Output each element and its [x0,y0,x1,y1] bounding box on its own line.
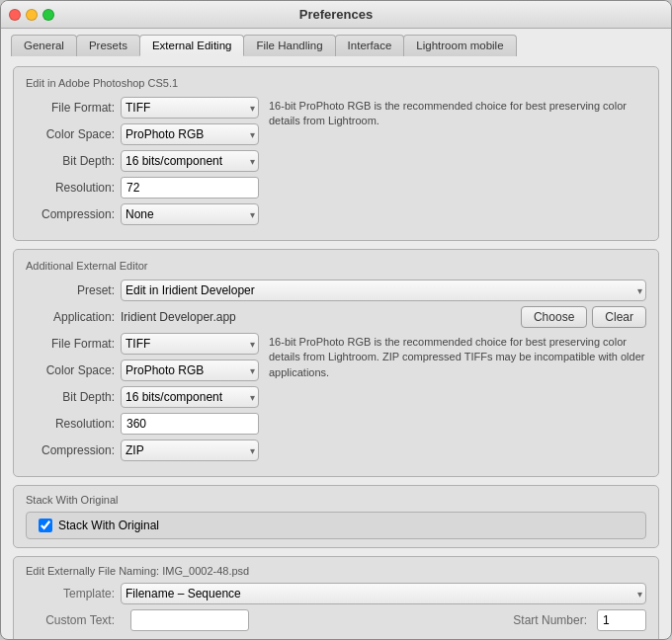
adobe-bit-depth-wrapper: 16 bits/component 8 bits/component [121,150,259,172]
external-bit-depth-select[interactable]: 16 bits/component 8 bits/component [121,386,259,408]
content-area: Edit in Adobe Photoshop CS5.1 File Forma… [1,56,671,639]
external-color-space-wrapper: ProPhoto RGB sRGB [121,360,259,381]
external-app-name: Iridient Developer.app [121,310,521,324]
titlebar: Preferences [1,1,671,29]
external-compression-label: Compression: [26,443,115,457]
close-button[interactable] [9,9,21,21]
minimize-button[interactable] [26,9,38,21]
external-bit-depth-row: Bit Depth: 16 bits/component 8 bits/comp… [26,386,259,408]
adobe-bit-depth-label: Bit Depth: [26,154,115,168]
maximize-button[interactable] [42,9,54,21]
external-bit-depth-label: Bit Depth: [26,390,115,404]
window-title: Preferences [299,7,373,22]
external-app-row: Application: Iridient Developer.app Choo… [26,306,646,328]
adobe-file-format-row: File Format: TIFF PSD [26,97,259,119]
external-compression-row: Compression: ZIP None LZW [26,440,259,461]
tabs-bar: General Presets External Editing File Ha… [1,29,671,56]
tab-interface[interactable]: Interface [335,35,405,56]
naming-template-select[interactable]: Filename – Sequence Filename Filename – … [121,583,646,604]
tab-general[interactable]: General [11,35,77,56]
naming-section: Edit Externally File Naming: IMG_0002-48… [13,556,659,639]
adobe-form: File Format: TIFF PSD Color Space: [26,97,259,230]
external-info-text: 16-bit ProPhoto RGB is the recommended c… [269,333,646,466]
naming-template-label: Template: [26,587,115,600]
external-bit-depth-wrapper: 16 bits/component 8 bits/component [121,386,259,408]
external-preset-wrapper: Edit in Iridient Developer [121,280,646,301]
naming-template-row: Template: Filename – Sequence Filename F… [26,583,646,604]
adobe-compression-label: Compression: [26,207,115,221]
external-preset-label: Preset: [26,283,115,297]
adobe-compression-wrapper: None ZIP LZW [121,203,259,225]
external-color-space-label: Color Space: [26,363,115,377]
traffic-lights [9,9,54,21]
external-section-inner: File Format: TIFF PSD Color Space: [26,333,646,466]
adobe-color-space-label: Color Space: [26,127,115,141]
naming-custom-text-label: Custom Text: [26,613,115,627]
tab-presets[interactable]: Presets [76,35,140,56]
external-compression-select[interactable]: ZIP None LZW [121,440,259,461]
tab-external-editing[interactable]: External Editing [139,35,245,56]
external-section-title: Additional External Editor [26,260,646,272]
stack-checkbox-container: Stack With Original [26,512,646,539]
adobe-info-text: 16-bit ProPhoto RGB is the recommended c… [269,97,646,230]
adobe-file-format-wrapper: TIFF PSD [121,97,259,119]
tab-lightroom-mobile[interactable]: Lightroom mobile [403,35,516,56]
external-file-format-label: File Format: [26,337,115,351]
adobe-resolution-input[interactable]: 72 [121,177,259,199]
adobe-resolution-label: Resolution: [26,181,115,195]
choose-button[interactable]: Choose [521,306,587,328]
external-preset-select[interactable]: Edit in Iridient Developer [121,280,646,301]
adobe-compression-row: Compression: None ZIP LZW [26,203,259,225]
adobe-file-format-select[interactable]: TIFF PSD [121,97,259,119]
adobe-color-space-select[interactable]: ProPhoto RGB sRGB AdobeRGB [121,123,259,145]
naming-start-number-input[interactable]: 1 [597,609,646,631]
naming-start-number-label: Start Number: [513,613,587,627]
external-app-buttons: Choose Clear [521,306,646,328]
stack-section: Stack With Original Stack With Original [13,485,659,548]
stack-checkbox[interactable] [39,519,52,532]
naming-template-wrapper: Filename – Sequence Filename Filename – … [121,583,646,604]
adobe-section-title: Edit in Adobe Photoshop CS5.1 [26,77,646,89]
external-color-space-row: Color Space: ProPhoto RGB sRGB [26,360,259,381]
external-resolution-row: Resolution: 360 [26,413,259,435]
external-form: File Format: TIFF PSD Color Space: [26,333,259,466]
external-resolution-label: Resolution: [26,417,115,431]
external-file-format-wrapper: TIFF PSD [121,333,259,355]
stack-section-title: Stack With Original [26,494,646,506]
adobe-bit-depth-row: Bit Depth: 16 bits/component 8 bits/comp… [26,150,259,172]
stack-checkbox-label: Stack With Original [58,519,159,532]
preferences-window: Preferences General Presets External Edi… [0,0,672,640]
adobe-file-format-label: File Format: [26,101,115,115]
adobe-section-inner: File Format: TIFF PSD Color Space: [26,97,646,230]
external-preset-row: Preset: Edit in Iridient Developer [26,280,646,301]
clear-button[interactable]: Clear [592,306,646,328]
adobe-color-space-row: Color Space: ProPhoto RGB sRGB AdobeRGB [26,123,259,145]
external-file-format-row: File Format: TIFF PSD [26,333,259,355]
adobe-color-space-wrapper: ProPhoto RGB sRGB AdobeRGB [121,123,259,145]
external-compression-wrapper: ZIP None LZW [121,440,259,461]
naming-custom-text-input[interactable] [130,609,249,631]
tab-file-handling[interactable]: File Handling [243,35,335,56]
external-app-label: Application: [26,310,115,324]
adobe-resolution-row: Resolution: 72 [26,177,259,199]
adobe-section: Edit in Adobe Photoshop CS5.1 File Forma… [13,66,659,241]
external-color-space-select[interactable]: ProPhoto RGB sRGB [121,360,259,381]
naming-section-title: Edit Externally File Naming: IMG_0002-48… [26,565,646,577]
external-file-format-select[interactable]: TIFF PSD [121,333,259,355]
external-resolution-input[interactable]: 360 [121,413,259,435]
naming-bottom-row: Custom Text: Start Number: 1 [26,609,646,631]
adobe-compression-select[interactable]: None ZIP LZW [121,203,259,225]
external-section: Additional External Editor Preset: Edit … [13,249,659,477]
adobe-bit-depth-select[interactable]: 16 bits/component 8 bits/component [121,150,259,172]
